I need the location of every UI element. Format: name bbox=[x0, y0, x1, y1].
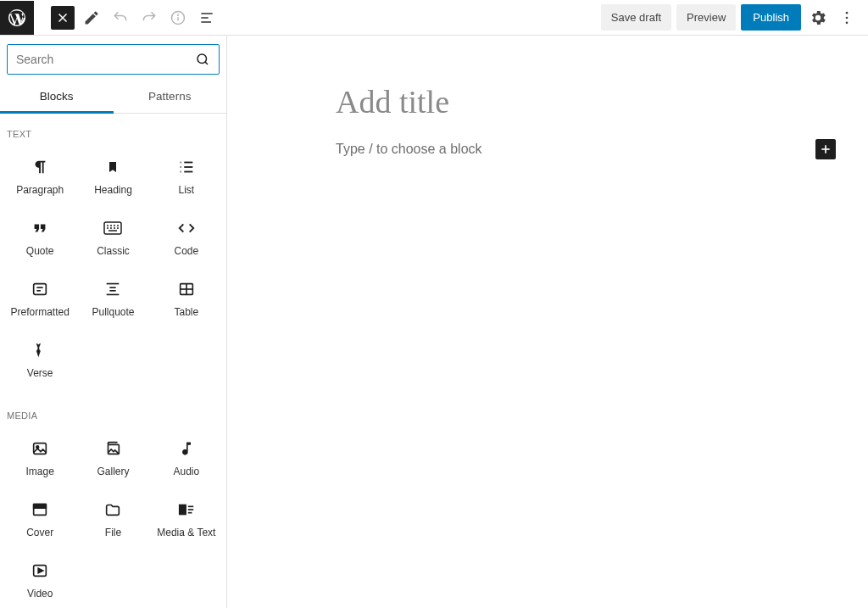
block-item-image[interactable]: Image bbox=[3, 427, 76, 488]
block-label: Classic bbox=[97, 245, 130, 257]
post-title-input[interactable]: Add title bbox=[336, 83, 785, 120]
svg-point-9 bbox=[198, 54, 207, 64]
svg-point-2 bbox=[178, 14, 179, 15]
block-label: Gallery bbox=[97, 466, 129, 477]
heading-icon bbox=[106, 157, 120, 177]
verse-icon bbox=[31, 340, 48, 360]
block-item-classic[interactable]: Classic bbox=[76, 207, 149, 268]
block-label: Quote bbox=[26, 245, 54, 257]
preformatted-icon bbox=[31, 279, 49, 299]
publish-button[interactable]: Publish bbox=[741, 4, 801, 31]
block-item-preformatted[interactable]: Preformatted bbox=[3, 268, 76, 329]
block-label: Verse bbox=[27, 367, 53, 379]
block-search[interactable] bbox=[7, 44, 220, 75]
tab-patterns[interactable]: Patterns bbox=[114, 81, 227, 114]
search-icon bbox=[195, 52, 210, 67]
block-label: Image bbox=[25, 466, 53, 477]
save-draft-button[interactable]: Save draft bbox=[601, 4, 671, 31]
preview-button[interactable]: Preview bbox=[676, 4, 736, 31]
svg-rect-37 bbox=[34, 443, 47, 455]
paragraph-icon bbox=[31, 157, 49, 177]
inserter-body: TEXTParagraphHeadingListQuoteClassicCode… bbox=[0, 114, 226, 608]
block-item-paragraph[interactable]: Paragraph bbox=[3, 146, 76, 207]
inserter-tabs: Blocks Patterns bbox=[0, 81, 226, 114]
block-label: Heading bbox=[94, 184, 132, 196]
block-placeholder-hint[interactable]: Type / to choose a block bbox=[336, 142, 482, 157]
pullquote-icon bbox=[103, 279, 122, 299]
block-label: Pullquote bbox=[92, 306, 134, 318]
block-grid: ImageGalleryAudioCoverFileMedia & TextVi… bbox=[3, 427, 223, 608]
more-options-icon[interactable] bbox=[835, 6, 859, 30]
block-item-mediatext[interactable]: Media & Text bbox=[150, 488, 223, 549]
category-label: MEDIA bbox=[3, 405, 223, 427]
audio-icon bbox=[178, 438, 195, 459]
code-icon bbox=[177, 218, 196, 238]
category-label: TEXT bbox=[3, 124, 223, 146]
block-item-audio[interactable]: Audio bbox=[150, 427, 223, 488]
outline-icon[interactable] bbox=[195, 6, 219, 30]
cover-icon bbox=[31, 499, 49, 520]
svg-point-7 bbox=[846, 16, 849, 19]
block-label: Code bbox=[174, 245, 198, 257]
block-item-video[interactable]: Video bbox=[3, 549, 76, 608]
toolbar-left bbox=[0, 1, 219, 35]
list-icon bbox=[177, 157, 196, 177]
block-label: Media & Text bbox=[157, 527, 215, 538]
block-label: Audio bbox=[173, 466, 199, 477]
classic-icon bbox=[103, 218, 123, 238]
svg-point-6 bbox=[846, 11, 849, 14]
block-item-table[interactable]: Table bbox=[150, 268, 223, 329]
info-icon[interactable] bbox=[166, 6, 190, 30]
settings-icon[interactable] bbox=[806, 6, 830, 30]
redo-icon[interactable] bbox=[137, 6, 161, 30]
insert-block-button[interactable] bbox=[815, 139, 836, 159]
block-label: Cover bbox=[26, 527, 53, 538]
block-item-quote[interactable]: Quote bbox=[3, 207, 76, 268]
undo-icon[interactable] bbox=[108, 6, 132, 30]
video-icon bbox=[31, 561, 49, 581]
block-item-list[interactable]: List bbox=[150, 146, 223, 207]
image-icon bbox=[31, 438, 49, 459]
block-search-input[interactable] bbox=[16, 53, 195, 66]
wordpress-logo[interactable] bbox=[0, 1, 34, 35]
block-label: Table bbox=[174, 306, 198, 318]
block-inserter-panel: Blocks Patterns TEXTParagraphHeadingList… bbox=[0, 36, 227, 608]
block-label: Preformatted bbox=[10, 306, 69, 318]
svg-rect-27 bbox=[34, 284, 47, 295]
quote-icon bbox=[31, 218, 49, 238]
block-item-file[interactable]: File bbox=[76, 488, 149, 549]
svg-point-8 bbox=[846, 21, 849, 24]
svg-marker-47 bbox=[38, 568, 43, 573]
editor-toolbar: Save draft Preview Publish bbox=[0, 0, 868, 36]
block-label: File bbox=[105, 527, 121, 538]
svg-rect-42 bbox=[180, 505, 186, 515]
block-grid: ParagraphHeadingListQuoteClassicCodePref… bbox=[3, 146, 223, 390]
block-label: List bbox=[178, 184, 194, 196]
block-item-code[interactable]: Code bbox=[150, 207, 223, 268]
block-item-pullquote[interactable]: Pullquote bbox=[76, 268, 149, 329]
svg-line-10 bbox=[205, 62, 208, 64]
close-inserter-button[interactable] bbox=[51, 6, 75, 30]
gallery-icon bbox=[103, 438, 122, 459]
file-icon bbox=[103, 499, 122, 520]
block-item-heading[interactable]: Heading bbox=[76, 146, 149, 207]
block-item-gallery[interactable]: Gallery bbox=[76, 427, 149, 488]
block-label: Video bbox=[27, 588, 53, 600]
block-item-cover[interactable]: Cover bbox=[3, 488, 76, 549]
editor-canvas: Add title Type / to choose a block bbox=[227, 36, 868, 608]
toolbar-right: Save draft Preview Publish bbox=[601, 4, 868, 31]
svg-rect-41 bbox=[34, 505, 47, 509]
table-icon bbox=[177, 279, 196, 299]
block-label: Paragraph bbox=[16, 184, 64, 196]
tab-blocks[interactable]: Blocks bbox=[0, 81, 114, 114]
mediatext-icon bbox=[177, 499, 196, 520]
edit-mode-icon[interactable] bbox=[80, 6, 103, 30]
block-item-verse[interactable]: Verse bbox=[3, 329, 76, 390]
